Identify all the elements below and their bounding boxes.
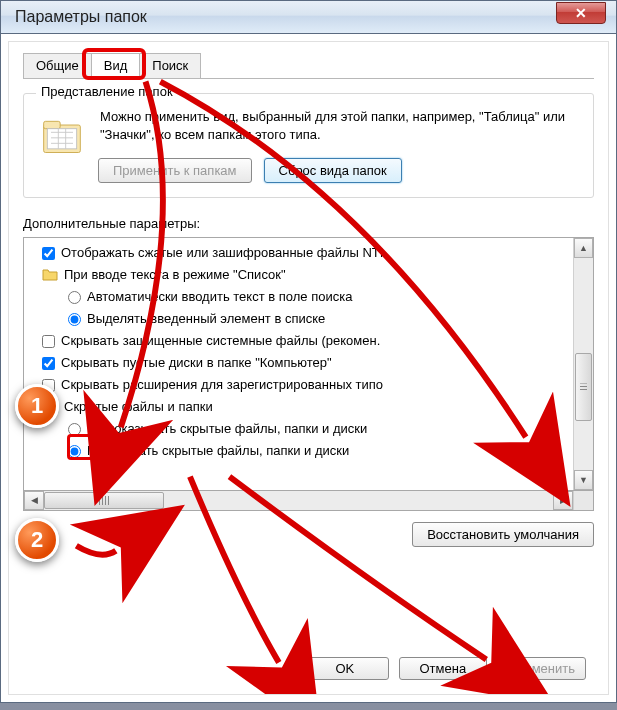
option-label: Не показывать скрытые файлы, папки и дис… bbox=[87, 418, 367, 440]
tab-general[interactable]: Общие bbox=[23, 53, 92, 79]
tree-content: Отображать сжатые или зашифрованные файл… bbox=[24, 238, 573, 490]
scroll-corner bbox=[573, 491, 593, 510]
option-radio[interactable] bbox=[68, 291, 81, 304]
option-label: Скрытые файлы и папки bbox=[64, 396, 213, 418]
scroll-down-button[interactable]: ▼ bbox=[574, 470, 593, 490]
scroll-up-button[interactable]: ▲ bbox=[574, 238, 593, 258]
cancel-button[interactable]: Отмена bbox=[399, 657, 487, 680]
folder-views-group: Представление папок Можно применить вид,… bbox=[23, 93, 594, 198]
client-area: Общие Вид Поиск Представление папок Можн… bbox=[0, 34, 617, 703]
tree-item[interactable]: Автоматически вводить текст в поле поиск… bbox=[42, 286, 571, 308]
scroll-thumb-v[interactable] bbox=[575, 353, 592, 421]
folder-views-description: Можно применить вид, выбранный для этой … bbox=[100, 108, 577, 143]
tab-view[interactable]: Вид bbox=[91, 53, 141, 79]
option-label: Выделять введенный элемент в списке bbox=[87, 308, 325, 330]
option-label: Скрывать пустые диски в папке "Компьютер… bbox=[61, 352, 332, 374]
close-button[interactable]: ✕ bbox=[556, 2, 606, 24]
tree-item[interactable]: При вводе текста в режиме "Список" bbox=[42, 264, 571, 286]
option-checkbox[interactable] bbox=[42, 247, 55, 260]
vertical-scrollbar[interactable]: ▲ ▼ bbox=[573, 238, 593, 490]
option-label: Скрывать расширения для зарегистрированн… bbox=[61, 374, 383, 396]
ok-button[interactable]: OK bbox=[301, 657, 389, 680]
option-radio[interactable] bbox=[68, 423, 81, 436]
scroll-track-h[interactable] bbox=[44, 491, 553, 510]
reset-folder-views-button[interactable]: Сброс вида папок bbox=[264, 158, 402, 183]
tree-item[interactable]: Выделять введенный элемент в списке bbox=[42, 308, 571, 330]
option-label: Отображать сжатые или зашифрованные файл… bbox=[61, 242, 383, 264]
option-label: Скрывать защищенные системные файлы (рек… bbox=[61, 330, 380, 352]
window-title: Параметры папок bbox=[15, 8, 147, 26]
folder-large-icon bbox=[40, 114, 84, 158]
option-radio[interactable] bbox=[68, 445, 81, 458]
svg-rect-1 bbox=[44, 121, 60, 128]
scroll-thumb-h[interactable] bbox=[44, 492, 164, 509]
svg-rect-2 bbox=[47, 129, 76, 149]
apply-to-folders-button[interactable]: Применить к папкам bbox=[98, 158, 252, 183]
tree-item[interactable]: Скрывать расширения для зарегистрированн… bbox=[42, 374, 571, 396]
apply-button[interactable]: Применить bbox=[497, 657, 586, 680]
folder-views-title: Представление папок bbox=[36, 84, 178, 99]
horizontal-scrollbar[interactable]: ◀ ▶ bbox=[23, 491, 594, 511]
tree-item[interactable]: Скрывать пустые диски в папке "Компьютер… bbox=[42, 352, 571, 374]
option-checkbox[interactable] bbox=[42, 357, 55, 370]
tab-strip: Общие Вид Поиск bbox=[23, 52, 594, 79]
option-label: Автоматически вводить текст в поле поиск… bbox=[87, 286, 352, 308]
tree-item[interactable]: Не показывать скрытые файлы, папки и дис… bbox=[42, 418, 571, 440]
tree-item[interactable]: Скрывать защищенные системные файлы (рек… bbox=[42, 330, 571, 352]
tab-search[interactable]: Поиск bbox=[139, 53, 201, 79]
close-icon: ✕ bbox=[575, 5, 587, 21]
option-radio[interactable] bbox=[68, 313, 81, 326]
dialog-buttons: OK Отмена Применить bbox=[301, 657, 586, 680]
titlebar: Параметры папок ✕ bbox=[0, 0, 617, 34]
advanced-treeview: Отображать сжатые или зашифрованные файл… bbox=[23, 237, 594, 491]
option-checkbox[interactable] bbox=[42, 379, 55, 392]
folder-icon bbox=[42, 267, 58, 283]
option-label: При вводе текста в режиме "Список" bbox=[64, 264, 286, 286]
scroll-left-button[interactable]: ◀ bbox=[24, 491, 44, 510]
tree-item[interactable]: Показывать скрытые файлы, папки и диски bbox=[42, 440, 571, 462]
dialog-body: Общие Вид Поиск Представление папок Можн… bbox=[8, 41, 609, 695]
tree-item[interactable]: Скрытые файлы и папки bbox=[42, 396, 571, 418]
advanced-label: Дополнительные параметры: bbox=[23, 216, 594, 231]
option-checkbox[interactable] bbox=[42, 335, 55, 348]
option-label: Показывать скрытые файлы, папки и диски bbox=[87, 440, 349, 462]
scroll-track-v[interactable] bbox=[574, 258, 593, 470]
scroll-right-button[interactable]: ▶ bbox=[553, 491, 573, 510]
tree-item[interactable]: Отображать сжатые или зашифрованные файл… bbox=[42, 242, 571, 264]
folder-icon bbox=[42, 399, 58, 415]
restore-defaults-button[interactable]: Восстановить умолчания bbox=[412, 522, 594, 547]
